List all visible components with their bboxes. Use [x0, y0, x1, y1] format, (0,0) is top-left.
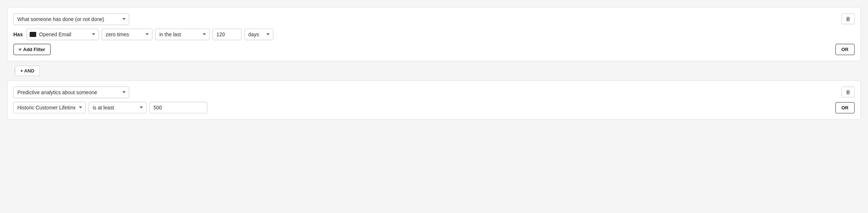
block2-left-content: Historic Customer Lifetime Value is at l…: [13, 102, 835, 113]
add-filter-button[interactable]: ▿ Add Filter: [13, 44, 51, 55]
block1-left-actions: ▿ Add Filter: [13, 44, 835, 55]
and-button[interactable]: + AND: [15, 66, 40, 76]
event-select[interactable]: Opened Email: [38, 29, 98, 40]
period-select[interactable]: in the last: [155, 29, 210, 40]
filter-icon: ▿: [19, 47, 21, 52]
delete-block-1-button[interactable]: 🗑: [842, 13, 855, 24]
condition-block-1: 🗑 What someone has done (or not done) Ha…: [7, 7, 861, 61]
add-filter-label: Add Filter: [23, 47, 45, 52]
block2-top-row: Predictive analytics about someone: [13, 87, 855, 98]
block2-main-select[interactable]: Predictive analytics about someone: [13, 87, 129, 98]
value-input[interactable]: [149, 102, 207, 113]
event-select-wrapper: Opened Email: [26, 29, 99, 40]
condition-block-2: 🗑 Predictive analytics about someone His…: [7, 80, 861, 120]
and-connector: + AND: [7, 66, 861, 76]
block1-bottom-row: ▿ Add Filter OR: [13, 44, 855, 55]
delete-block-2-button[interactable]: 🗑: [842, 87, 855, 97]
days-select[interactable]: days: [244, 29, 273, 40]
or-button-2[interactable]: OR: [835, 102, 855, 113]
has-label: Has: [13, 32, 24, 37]
times-select[interactable]: zero times: [102, 29, 152, 40]
email-icon: [30, 32, 36, 37]
metric-select[interactable]: Historic Customer Lifetime Value: [13, 102, 86, 113]
and-connector-wrapper: + AND: [15, 66, 40, 76]
block1-main-select[interactable]: What someone has done (or not done): [13, 13, 129, 25]
block2-bottom-row: Historic Customer Lifetime Value is at l…: [13, 102, 855, 113]
or-button-1[interactable]: OR: [835, 44, 855, 55]
block1-top-row: What someone has done (or not done): [13, 13, 855, 25]
condition-select[interactable]: is at least: [89, 102, 147, 113]
number-input[interactable]: [212, 29, 241, 40]
block1-filter-row: Has Opened Email zero times in the last …: [13, 29, 855, 40]
